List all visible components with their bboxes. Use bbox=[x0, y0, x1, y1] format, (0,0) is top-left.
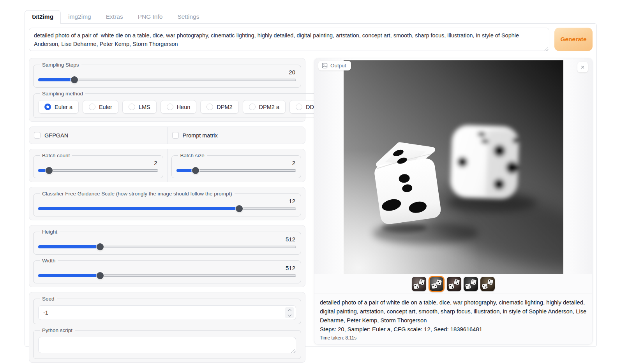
gfpgan-checkbox[interactable]: GFPGAN bbox=[34, 132, 162, 139]
checkbox-icon bbox=[34, 132, 41, 139]
tab-extras[interactable]: Extras bbox=[99, 10, 131, 24]
generated-image-dice[interactable] bbox=[344, 60, 563, 274]
sampling-panel: Sampling Steps 20 Sampling method Euler … bbox=[29, 58, 305, 122]
caption-prompt: detailed photo of a pair of white die on… bbox=[320, 298, 587, 325]
caption-time: Time taken: 8.11s bbox=[320, 335, 587, 341]
radio-lms[interactable]: LMS bbox=[122, 100, 157, 114]
batch-count-label: Batch count bbox=[40, 153, 72, 158]
tab-img2img[interactable]: img2img bbox=[61, 10, 99, 24]
cfg-value: 12 bbox=[38, 198, 295, 204]
batch-size-label: Batch size bbox=[178, 153, 207, 158]
tab-content-frame: detailed photo of a pair of white die on… bbox=[25, 23, 597, 347]
height-label: Height bbox=[40, 229, 60, 235]
radio-label: DPM2 a bbox=[259, 104, 279, 110]
output-column: Output × bbox=[314, 58, 593, 364]
height-slider[interactable] bbox=[38, 243, 296, 250]
width-slider[interactable] bbox=[38, 272, 296, 279]
python-script-label: Python script bbox=[40, 327, 75, 333]
batch-size-slider[interactable] bbox=[176, 167, 296, 174]
radio-icon bbox=[129, 104, 135, 110]
batch-size-group: Batch size 2 bbox=[171, 153, 302, 178]
width-label: Width bbox=[40, 258, 58, 264]
slider-thumb[interactable] bbox=[192, 167, 199, 174]
thumbnail-1[interactable] bbox=[412, 277, 426, 291]
sampling-method-label: Sampling method bbox=[40, 91, 85, 97]
number-spinner[interactable] bbox=[285, 307, 294, 318]
width-value: 512 bbox=[38, 265, 295, 271]
caption-params: Steps: 20, Sampler: Euler a, CFG scale: … bbox=[320, 325, 587, 334]
slider-thumb[interactable] bbox=[236, 205, 243, 212]
batch-count-slider[interactable] bbox=[38, 167, 158, 174]
radio-euler-a[interactable]: Euler a bbox=[38, 100, 79, 114]
sampling-steps-label: Sampling Steps bbox=[40, 62, 81, 68]
radio-icon bbox=[167, 104, 173, 110]
spinner-down-icon[interactable] bbox=[288, 313, 291, 317]
batch-count-group: Batch count 2 bbox=[33, 153, 163, 178]
size-panel: Height 512 Width 512 bbox=[29, 225, 305, 287]
settings-column: Sampling Steps 20 Sampling method Euler … bbox=[29, 58, 305, 364]
slider-thumb[interactable] bbox=[97, 272, 104, 279]
slider-thumb[interactable] bbox=[97, 243, 104, 250]
batch-panel: Batch count 2 Batch size 2 bbox=[29, 149, 305, 182]
thumbnail-gallery bbox=[314, 274, 592, 294]
seed-group: Seed bbox=[33, 296, 301, 324]
radio-icon bbox=[296, 104, 302, 110]
tab-bar: txt2img img2img Extras PNG Info Settings bbox=[25, 10, 597, 24]
thumbnail-2[interactable] bbox=[429, 276, 445, 292]
slider-thumb[interactable] bbox=[46, 167, 53, 174]
radio-label: DPM2 bbox=[217, 104, 232, 110]
width-group: Width 512 bbox=[33, 258, 301, 283]
prompt-row: detailed photo of a pair of white die on… bbox=[29, 28, 593, 53]
radio-dpm2-a[interactable]: DPM2 a bbox=[243, 100, 286, 114]
radio-label: Euler bbox=[99, 104, 112, 110]
sampling-steps-slider[interactable] bbox=[38, 76, 296, 83]
sampling-steps-value: 20 bbox=[38, 69, 295, 76]
python-script-input[interactable] bbox=[38, 337, 296, 353]
output-badge: Output bbox=[318, 61, 351, 70]
cfg-label: Classifier Free Guidance Scale (how stro… bbox=[40, 191, 235, 197]
generate-button[interactable]: Generate bbox=[554, 28, 593, 51]
checkbox-label: Prompt matrix bbox=[183, 132, 218, 139]
radio-icon bbox=[89, 104, 95, 110]
thumbnail-3[interactable] bbox=[447, 277, 461, 291]
cfg-group: Classifier Free Guidance Scale (how stro… bbox=[33, 191, 301, 216]
height-value: 512 bbox=[38, 236, 295, 243]
radio-dpm2[interactable]: DPM2 bbox=[200, 100, 238, 114]
batch-size-value: 2 bbox=[176, 160, 296, 166]
radio-label: Heun bbox=[177, 104, 191, 110]
prompt-matrix-checkbox[interactable]: Prompt matrix bbox=[172, 132, 301, 139]
python-script-group: Python script bbox=[33, 327, 301, 359]
seed-label: Seed bbox=[40, 296, 57, 302]
prompt-input[interactable]: detailed photo of a pair of white die on… bbox=[29, 28, 549, 51]
close-icon[interactable]: × bbox=[577, 62, 588, 72]
radio-label: LMS bbox=[139, 104, 150, 110]
tab-settings[interactable]: Settings bbox=[170, 10, 206, 24]
batch-count-value: 2 bbox=[38, 160, 157, 166]
output-panel: Output × bbox=[314, 58, 593, 345]
checkbox-icon bbox=[172, 132, 179, 139]
radio-heun[interactable]: Heun bbox=[161, 100, 197, 114]
cfg-panel: Classifier Free Guidance Scale (how stro… bbox=[29, 187, 305, 220]
output-badge-label: Output bbox=[330, 63, 346, 69]
sampling-steps-group: Sampling Steps 20 bbox=[33, 62, 301, 88]
slider-thumb[interactable] bbox=[71, 76, 78, 83]
radio-icon bbox=[249, 104, 256, 110]
image-icon bbox=[322, 63, 328, 69]
thumbnail-5[interactable] bbox=[480, 277, 495, 291]
tab-txt2img[interactable]: txt2img bbox=[25, 10, 61, 24]
generation-info: detailed photo of a pair of white die on… bbox=[314, 294, 592, 341]
tab-png-info[interactable]: PNG Info bbox=[131, 10, 170, 24]
radio-euler[interactable]: Euler bbox=[83, 100, 118, 114]
checkbox-label: GFPGAN bbox=[44, 132, 68, 139]
radio-icon bbox=[206, 104, 213, 110]
thumbnail-4[interactable] bbox=[464, 277, 478, 291]
spinner-up-icon[interactable] bbox=[288, 309, 291, 313]
seed-input[interactable] bbox=[38, 305, 296, 320]
radio-label: Euler a bbox=[55, 104, 72, 110]
cfg-slider[interactable] bbox=[38, 205, 296, 212]
app-container: txt2img img2img Extras PNG Info Settings… bbox=[25, 10, 597, 347]
height-group: Height 512 bbox=[33, 229, 301, 255]
generated-image-stage bbox=[314, 58, 592, 274]
seed-script-panel: Seed Python script bbox=[29, 292, 305, 363]
radio-icon bbox=[44, 104, 51, 110]
